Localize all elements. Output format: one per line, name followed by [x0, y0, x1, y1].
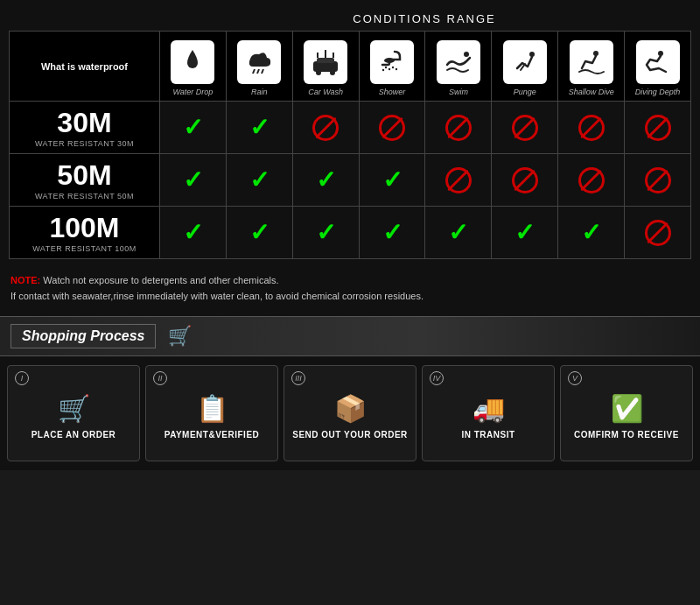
check-r0-c3 [359, 102, 425, 154]
cart-header-icon: 🛒 [168, 325, 192, 348]
check-r2-c1: ✓ [226, 207, 292, 259]
checkmark-icon: ✓ [249, 166, 270, 193]
no-icon [645, 115, 671, 141]
svg-point-15 [385, 66, 387, 67]
shopping-header: Shopping Process 🛒 [0, 316, 700, 356]
svg-rect-22 [508, 46, 542, 79]
svg-point-17 [392, 66, 394, 67]
note-bold: NOTE: [10, 275, 40, 285]
check-r2-c3: ✓ [359, 207, 425, 259]
step-number-1: II [153, 371, 167, 385]
row-desc-1: WATER RESISTANT 50M [18, 192, 150, 200]
row-m-0: 30M [18, 107, 150, 139]
checkmark-icon: ✓ [249, 114, 270, 141]
svg-point-14 [384, 58, 395, 63]
checkmark-icon: ✓ [249, 219, 270, 246]
check-r0-c2 [292, 102, 359, 154]
note-text: NOTE: Watch not exposure to detergents a… [10, 273, 690, 304]
no-icon [379, 115, 405, 141]
col-rain: Rain [226, 32, 292, 102]
col-carwash: Car Wash [292, 32, 359, 102]
steps-row: I 🛒 PLACE AN ORDER II 📋 PAYMENT&VERIFIED… [0, 356, 700, 470]
step-number-2: III [291, 371, 305, 385]
check-r1-c1: ✓ [226, 154, 292, 207]
check-r2-c7 [625, 207, 691, 259]
no-icon [312, 115, 339, 141]
row-desc-2: WATER RESISTANT 100M [18, 244, 150, 253]
checkmark-icon: ✓ [514, 219, 535, 246]
no-icon [578, 167, 605, 193]
check-r2-c4: ✓ [425, 207, 492, 259]
check-r0-c7 [625, 102, 691, 154]
check-r0-c4 [425, 102, 492, 154]
step-1: II 📋 PAYMENT&VERIFIED [145, 365, 278, 461]
no-icon [445, 167, 472, 193]
no-icon [512, 115, 538, 141]
step-label-4: COMFIRM TO RECEIVE [574, 429, 679, 441]
row-label-2: 100MWATER RESISTANT 100M [10, 207, 160, 259]
step-label-0: PLACE AN ORDER [32, 429, 116, 441]
no-icon [512, 167, 538, 193]
step-label-1: PAYMENT&VERIFIED [164, 429, 260, 441]
row-m-1: 50M [18, 159, 150, 192]
step-3: IV 🚚 IN TRANSIT [422, 365, 555, 461]
check-r2-c6: ✓ [558, 207, 625, 259]
svg-point-8 [330, 70, 335, 75]
checkmark-icon: ✓ [183, 114, 203, 141]
col-waterdrop: Water Drop [159, 32, 226, 102]
checkmark-icon: ✓ [581, 219, 601, 246]
step-icon-1: 📋 [196, 393, 228, 424]
svg-rect-26 [641, 46, 675, 79]
check-r0-c5 [492, 102, 558, 154]
step-2: III 📦 SEND OUT YOUR ORDER [284, 365, 416, 461]
step-number-0: I [15, 371, 29, 385]
step-icon-2: 📦 [334, 393, 367, 424]
row-desc-0: WATER RESISTANT 30M [18, 139, 150, 148]
row-label-0: 30MWATER RESISTANT 30M [10, 102, 160, 154]
waterproof-section: CONDITIONS RANGE What is waterproof Wate… [0, 0, 700, 266]
svg-point-19 [396, 67, 397, 69]
step-number-3: IV [430, 371, 444, 385]
checkmark-icon: ✓ [316, 219, 336, 246]
no-icon [645, 167, 671, 193]
check-r0-c1: ✓ [226, 102, 292, 154]
no-icon [445, 115, 472, 141]
note-line1: Watch not exposure to detergents and oth… [40, 275, 278, 285]
row-label-1: 50MWATER RESISTANT 50M [10, 154, 160, 207]
check-r1-c4 [425, 154, 492, 207]
svg-rect-20 [442, 46, 475, 79]
checkmark-icon: ✓ [382, 166, 402, 193]
main-container: CONDITIONS RANGE What is waterproof Wate… [0, 0, 700, 470]
table-title: What is waterproof [10, 32, 160, 102]
check-r2-c5: ✓ [492, 207, 558, 259]
step-label-2: SEND OUT YOUR ORDER [292, 429, 408, 441]
no-icon [578, 115, 605, 141]
check-r1-c7 [625, 154, 691, 207]
col-divingdepth: Diving Depth [625, 32, 691, 102]
check-r0-c0: ✓ [159, 102, 226, 154]
check-r0-c6 [558, 102, 625, 154]
checkmark-icon: ✓ [183, 219, 203, 246]
note-section: NOTE: Watch not exposure to detergents a… [0, 266, 700, 313]
svg-point-7 [316, 70, 321, 75]
no-icon [645, 220, 671, 246]
note-line2: If contact with seawater,rinse immediate… [10, 291, 424, 301]
check-r1-c3: ✓ [359, 154, 425, 207]
waterdrop-icon [171, 40, 214, 84]
col-shower: Shower [359, 32, 425, 102]
svg-point-21 [464, 52, 469, 57]
checkmark-icon: ✓ [382, 219, 402, 246]
step-icon-0: 🛒 [58, 393, 90, 424]
step-4: V ✅ COMFIRM TO RECEIVE [560, 365, 693, 461]
conditions-header: CONDITIONS RANGE [158, 9, 691, 31]
checkmark-icon: ✓ [316, 166, 336, 193]
col-shallowdive: Shallow Dive [558, 32, 625, 102]
step-number-4: V [568, 371, 582, 385]
check-r1-c2: ✓ [292, 154, 359, 207]
checkmark-icon: ✓ [183, 166, 203, 193]
svg-rect-9 [317, 58, 334, 63]
shopping-title: Shopping Process [10, 324, 156, 348]
step-icon-4: ✅ [611, 393, 643, 424]
col-swim: Swim [425, 32, 492, 102]
row-m-2: 100M [18, 212, 150, 244]
